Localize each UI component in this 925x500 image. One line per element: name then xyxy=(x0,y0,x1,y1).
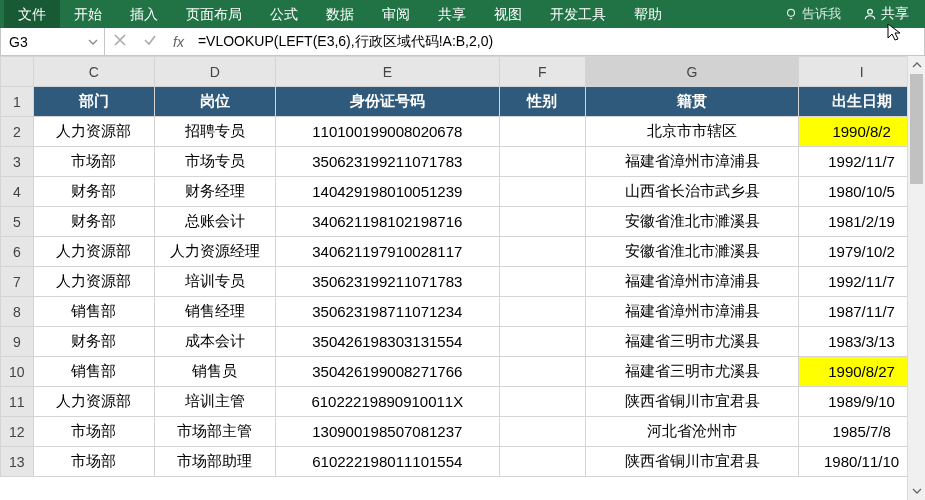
cell-G7[interactable]: 福建省漳州市漳浦县 xyxy=(585,267,798,297)
enter-formula-button[interactable] xyxy=(135,28,165,55)
ribbon-tab-2[interactable]: 插入 xyxy=(116,0,172,28)
cell-D7[interactable]: 培训专员 xyxy=(154,267,275,297)
cell-G9[interactable]: 福建省三明市尤溪县 xyxy=(585,327,798,357)
tell-me[interactable]: 告诉我 xyxy=(774,5,851,23)
ribbon-tab-9[interactable]: 开发工具 xyxy=(536,0,620,28)
col-header-G[interactable]: G xyxy=(585,57,798,87)
cell-C7[interactable]: 人力资源部 xyxy=(33,267,154,297)
header-cell-I[interactable]: 出生日期 xyxy=(799,87,925,117)
cell-I3[interactable]: 1992/11/7 xyxy=(799,147,925,177)
cell-F12[interactable] xyxy=(499,417,585,447)
header-cell-C[interactable]: 部门 xyxy=(33,87,154,117)
share-button[interactable]: 共享 xyxy=(851,5,921,23)
cell-D10[interactable]: 销售员 xyxy=(154,357,275,387)
cell-C9[interactable]: 财务部 xyxy=(33,327,154,357)
cell-C13[interactable]: 市场部 xyxy=(33,447,154,477)
cell-C8[interactable]: 销售部 xyxy=(33,297,154,327)
cell-C6[interactable]: 人力资源部 xyxy=(33,237,154,267)
row-header-5[interactable]: 5 xyxy=(1,207,34,237)
ribbon-tab-5[interactable]: 数据 xyxy=(312,0,368,28)
ribbon-tab-8[interactable]: 视图 xyxy=(480,0,536,28)
cell-D12[interactable]: 市场部主管 xyxy=(154,417,275,447)
cell-I5[interactable]: 1981/2/19 xyxy=(799,207,925,237)
cell-G5[interactable]: 安徽省淮北市濉溪县 xyxy=(585,207,798,237)
cell-I8[interactable]: 1987/11/7 xyxy=(799,297,925,327)
cell-D6[interactable]: 人力资源经理 xyxy=(154,237,275,267)
cell-I2[interactable]: 1990/8/2 xyxy=(799,117,925,147)
cell-E13[interactable]: 610222198011101554 xyxy=(275,447,499,477)
cell-F4[interactable] xyxy=(499,177,585,207)
scroll-thumb[interactable] xyxy=(910,74,923,184)
cell-F3[interactable] xyxy=(499,147,585,177)
cell-E7[interactable]: 350623199211071783 xyxy=(275,267,499,297)
cell-E10[interactable]: 350426199008271766 xyxy=(275,357,499,387)
cancel-formula-button[interactable] xyxy=(105,28,135,55)
scroll-up-button[interactable] xyxy=(908,56,925,74)
cell-D11[interactable]: 培训主管 xyxy=(154,387,275,417)
row-header-9[interactable]: 9 xyxy=(1,327,34,357)
row-header-10[interactable]: 10 xyxy=(1,357,34,387)
cell-D13[interactable]: 市场部助理 xyxy=(154,447,275,477)
header-cell-D[interactable]: 岗位 xyxy=(154,87,275,117)
cell-I10[interactable]: 1990/8/27 xyxy=(799,357,925,387)
row-header-8[interactable]: 8 xyxy=(1,297,34,327)
cell-D3[interactable]: 市场专员 xyxy=(154,147,275,177)
name-box[interactable]: G3 xyxy=(1,28,105,55)
cell-G3[interactable]: 福建省漳州市漳浦县 xyxy=(585,147,798,177)
cell-F11[interactable] xyxy=(499,387,585,417)
row-header-12[interactable]: 12 xyxy=(1,417,34,447)
cell-G8[interactable]: 福建省漳州市漳浦县 xyxy=(585,297,798,327)
col-header-I[interactable]: I xyxy=(799,57,925,87)
cell-E3[interactable]: 350623199211071783 xyxy=(275,147,499,177)
scroll-track[interactable] xyxy=(908,74,925,482)
cell-E6[interactable]: 340621197910028117 xyxy=(275,237,499,267)
header-cell-G[interactable]: 籍贯 xyxy=(585,87,798,117)
cell-E4[interactable]: 140429198010051239 xyxy=(275,177,499,207)
ribbon-tab-4[interactable]: 公式 xyxy=(256,0,312,28)
cell-F2[interactable] xyxy=(499,117,585,147)
cell-F9[interactable] xyxy=(499,327,585,357)
cell-C5[interactable]: 财务部 xyxy=(33,207,154,237)
select-all-corner[interactable] xyxy=(1,57,34,87)
row-header-2[interactable]: 2 xyxy=(1,117,34,147)
cell-E9[interactable]: 350426198303131554 xyxy=(275,327,499,357)
row-header-3[interactable]: 3 xyxy=(1,147,34,177)
cell-I4[interactable]: 1980/10/5 xyxy=(799,177,925,207)
cell-G10[interactable]: 福建省三明市尤溪县 xyxy=(585,357,798,387)
cell-I13[interactable]: 1980/11/10 xyxy=(799,447,925,477)
ribbon-tab-10[interactable]: 帮助 xyxy=(620,0,676,28)
cell-C4[interactable]: 财务部 xyxy=(33,177,154,207)
cell-F5[interactable] xyxy=(499,207,585,237)
ribbon-tab-1[interactable]: 开始 xyxy=(60,0,116,28)
col-header-C[interactable]: C xyxy=(33,57,154,87)
cell-E12[interactable]: 130900198507081237 xyxy=(275,417,499,447)
cell-G4[interactable]: 山西省长治市武乡县 xyxy=(585,177,798,207)
cell-D2[interactable]: 招聘专员 xyxy=(154,117,275,147)
row-header-6[interactable]: 6 xyxy=(1,237,34,267)
cell-G6[interactable]: 安徽省淮北市濉溪县 xyxy=(585,237,798,267)
chevron-down-icon[interactable] xyxy=(88,34,98,50)
cell-C12[interactable]: 市场部 xyxy=(33,417,154,447)
vertical-scrollbar[interactable] xyxy=(907,56,925,500)
cell-F13[interactable] xyxy=(499,447,585,477)
cell-I12[interactable]: 1985/7/8 xyxy=(799,417,925,447)
spreadsheet-grid[interactable]: CDEFGI 1部门岗位身份证号码性别籍贯出生日期2人力资源部招聘专员11010… xyxy=(0,56,925,477)
row-header-11[interactable]: 11 xyxy=(1,387,34,417)
cell-F6[interactable] xyxy=(499,237,585,267)
formula-input[interactable] xyxy=(192,28,924,55)
ribbon-tab-7[interactable]: 共享 xyxy=(424,0,480,28)
cell-F10[interactable] xyxy=(499,357,585,387)
cell-G13[interactable]: 陕西省铜川市宜君县 xyxy=(585,447,798,477)
cell-G2[interactable]: 北京市市辖区 xyxy=(585,117,798,147)
fx-label[interactable]: fx xyxy=(165,34,192,50)
cell-E11[interactable]: 61022219890910011X xyxy=(275,387,499,417)
col-header-E[interactable]: E xyxy=(275,57,499,87)
cell-D9[interactable]: 成本会计 xyxy=(154,327,275,357)
header-cell-F[interactable]: 性别 xyxy=(499,87,585,117)
cell-G11[interactable]: 陕西省铜川市宜君县 xyxy=(585,387,798,417)
cell-E2[interactable]: 110100199008020678 xyxy=(275,117,499,147)
cell-C3[interactable]: 市场部 xyxy=(33,147,154,177)
cell-C11[interactable]: 人力资源部 xyxy=(33,387,154,417)
col-header-D[interactable]: D xyxy=(154,57,275,87)
cell-D5[interactable]: 总账会计 xyxy=(154,207,275,237)
